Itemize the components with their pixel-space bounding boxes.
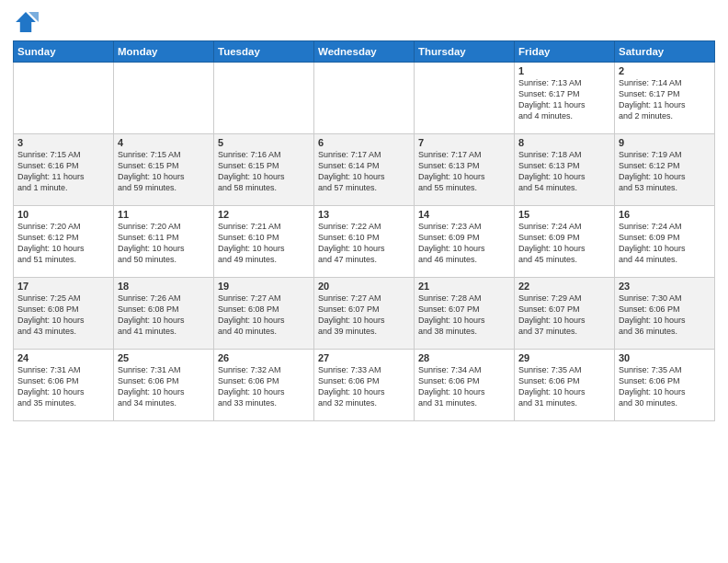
logo — [13, 9, 42, 35]
calendar-cell: 22Sunrise: 7:29 AM Sunset: 6:07 PM Dayli… — [515, 278, 615, 350]
day-info: Sunrise: 7:28 AM Sunset: 6:07 PM Dayligh… — [418, 293, 510, 338]
calendar-cell: 27Sunrise: 7:33 AM Sunset: 6:06 PM Dayli… — [314, 350, 415, 421]
day-info: Sunrise: 7:14 AM Sunset: 6:17 PM Dayligh… — [619, 77, 711, 122]
day-number: 11 — [118, 209, 210, 220]
day-number: 16 — [619, 209, 711, 220]
day-info: Sunrise: 7:24 AM Sunset: 6:09 PM Dayligh… — [518, 221, 610, 266]
calendar-cell: 5Sunrise: 7:16 AM Sunset: 6:15 PM Daylig… — [214, 134, 314, 206]
day-info: Sunrise: 7:25 AM Sunset: 6:08 PM Dayligh… — [17, 293, 109, 338]
day-info: Sunrise: 7:26 AM Sunset: 6:08 PM Dayligh… — [118, 293, 210, 338]
calendar-cell: 2Sunrise: 7:14 AM Sunset: 6:17 PM Daylig… — [615, 63, 715, 134]
calendar-cell: 4Sunrise: 7:15 AM Sunset: 6:15 PM Daylig… — [114, 134, 214, 206]
calendar-cell: 6Sunrise: 7:17 AM Sunset: 6:14 PM Daylig… — [314, 134, 415, 206]
day-info: Sunrise: 7:17 AM Sunset: 6:13 PM Dayligh… — [418, 149, 510, 194]
calendar-cell: 20Sunrise: 7:27 AM Sunset: 6:07 PM Dayli… — [314, 278, 415, 350]
calendar-cell: 3Sunrise: 7:15 AM Sunset: 6:16 PM Daylig… — [14, 134, 114, 206]
day-info: Sunrise: 7:29 AM Sunset: 6:07 PM Dayligh… — [518, 293, 610, 338]
calendar-week-row: 10Sunrise: 7:20 AM Sunset: 6:12 PM Dayli… — [14, 206, 715, 278]
day-info: Sunrise: 7:34 AM Sunset: 6:06 PM Dayligh… — [418, 364, 510, 409]
calendar-cell: 21Sunrise: 7:28 AM Sunset: 6:07 PM Dayli… — [415, 278, 515, 350]
day-number: 17 — [17, 281, 109, 292]
day-number: 2 — [619, 65, 711, 76]
calendar-cell: 24Sunrise: 7:31 AM Sunset: 6:06 PM Dayli… — [14, 350, 114, 421]
calendar-cell — [415, 63, 515, 134]
day-number: 19 — [218, 281, 310, 292]
calendar-cell: 30Sunrise: 7:35 AM Sunset: 6:06 PM Dayli… — [615, 350, 715, 421]
day-info: Sunrise: 7:20 AM Sunset: 6:12 PM Dayligh… — [17, 221, 109, 266]
day-info: Sunrise: 7:33 AM Sunset: 6:06 PM Dayligh… — [318, 364, 410, 409]
calendar-day-header: Sunday — [14, 41, 114, 63]
day-number: 6 — [318, 137, 410, 148]
day-number: 14 — [418, 209, 510, 220]
calendar-day-header: Saturday — [615, 41, 715, 63]
day-number: 15 — [518, 209, 610, 220]
day-number: 12 — [218, 209, 310, 220]
calendar-cell: 18Sunrise: 7:26 AM Sunset: 6:08 PM Dayli… — [114, 278, 214, 350]
calendar-cell: 28Sunrise: 7:34 AM Sunset: 6:06 PM Dayli… — [415, 350, 515, 421]
calendar-day-header: Thursday — [415, 41, 515, 63]
calendar-cell: 8Sunrise: 7:18 AM Sunset: 6:13 PM Daylig… — [515, 134, 615, 206]
calendar-cell: 17Sunrise: 7:25 AM Sunset: 6:08 PM Dayli… — [14, 278, 114, 350]
header — [13, 9, 715, 35]
day-info: Sunrise: 7:15 AM Sunset: 6:15 PM Dayligh… — [118, 149, 210, 194]
logo-icon — [13, 9, 39, 35]
day-number: 25 — [118, 352, 210, 363]
calendar-cell: 29Sunrise: 7:35 AM Sunset: 6:06 PM Dayli… — [515, 350, 615, 421]
day-number: 9 — [619, 137, 711, 148]
day-number: 13 — [318, 209, 410, 220]
calendar-week-row: 17Sunrise: 7:25 AM Sunset: 6:08 PM Dayli… — [14, 278, 715, 350]
calendar-cell: 16Sunrise: 7:24 AM Sunset: 6:09 PM Dayli… — [615, 206, 715, 278]
day-info: Sunrise: 7:16 AM Sunset: 6:15 PM Dayligh… — [218, 149, 310, 194]
day-number: 21 — [418, 281, 510, 292]
day-number: 5 — [218, 137, 310, 148]
calendar-day-header: Wednesday — [314, 41, 415, 63]
calendar-cell: 7Sunrise: 7:17 AM Sunset: 6:13 PM Daylig… — [415, 134, 515, 206]
day-number: 4 — [118, 137, 210, 148]
calendar-table: SundayMondayTuesdayWednesdayThursdayFrid… — [13, 40, 715, 421]
calendar-cell: 9Sunrise: 7:19 AM Sunset: 6:12 PM Daylig… — [615, 134, 715, 206]
calendar-cell: 25Sunrise: 7:31 AM Sunset: 6:06 PM Dayli… — [114, 350, 214, 421]
day-info: Sunrise: 7:18 AM Sunset: 6:13 PM Dayligh… — [518, 149, 610, 194]
day-number: 1 — [518, 65, 610, 76]
day-info: Sunrise: 7:27 AM Sunset: 6:08 PM Dayligh… — [218, 293, 310, 338]
day-info: Sunrise: 7:13 AM Sunset: 6:17 PM Dayligh… — [518, 77, 610, 122]
day-info: Sunrise: 7:15 AM Sunset: 6:16 PM Dayligh… — [17, 149, 109, 194]
day-info: Sunrise: 7:31 AM Sunset: 6:06 PM Dayligh… — [118, 364, 210, 409]
day-number: 22 — [518, 281, 610, 292]
day-number: 3 — [17, 137, 109, 148]
calendar-cell: 1Sunrise: 7:13 AM Sunset: 6:17 PM Daylig… — [515, 63, 615, 134]
day-number: 29 — [518, 352, 610, 363]
day-info: Sunrise: 7:27 AM Sunset: 6:07 PM Dayligh… — [318, 293, 410, 338]
calendar-week-row: 24Sunrise: 7:31 AM Sunset: 6:06 PM Dayli… — [14, 350, 715, 421]
day-number: 30 — [619, 352, 711, 363]
calendar-cell — [314, 63, 415, 134]
day-info: Sunrise: 7:35 AM Sunset: 6:06 PM Dayligh… — [518, 364, 610, 409]
day-info: Sunrise: 7:22 AM Sunset: 6:10 PM Dayligh… — [318, 221, 410, 266]
day-number: 23 — [619, 281, 711, 292]
calendar-cell: 15Sunrise: 7:24 AM Sunset: 6:09 PM Dayli… — [515, 206, 615, 278]
day-number: 20 — [318, 281, 410, 292]
day-info: Sunrise: 7:31 AM Sunset: 6:06 PM Dayligh… — [17, 364, 109, 409]
calendar-week-row: 1Sunrise: 7:13 AM Sunset: 6:17 PM Daylig… — [14, 63, 715, 134]
day-number: 27 — [318, 352, 410, 363]
calendar-cell — [214, 63, 314, 134]
calendar-cell — [14, 63, 114, 134]
calendar-cell: 19Sunrise: 7:27 AM Sunset: 6:08 PM Dayli… — [214, 278, 314, 350]
calendar-cell: 11Sunrise: 7:20 AM Sunset: 6:11 PM Dayli… — [114, 206, 214, 278]
day-info: Sunrise: 7:30 AM Sunset: 6:06 PM Dayligh… — [619, 293, 711, 338]
page: SundayMondayTuesdayWednesdayThursdayFrid… — [0, 0, 728, 563]
day-info: Sunrise: 7:23 AM Sunset: 6:09 PM Dayligh… — [418, 221, 510, 266]
calendar-day-header: Monday — [114, 41, 214, 63]
day-number: 7 — [418, 137, 510, 148]
calendar-cell: 13Sunrise: 7:22 AM Sunset: 6:10 PM Dayli… — [314, 206, 415, 278]
day-number: 18 — [118, 281, 210, 292]
calendar-day-header: Friday — [515, 41, 615, 63]
calendar-day-header: Tuesday — [214, 41, 314, 63]
calendar-week-row: 3Sunrise: 7:15 AM Sunset: 6:16 PM Daylig… — [14, 134, 715, 206]
calendar-cell — [114, 63, 214, 134]
calendar-cell: 10Sunrise: 7:20 AM Sunset: 6:12 PM Dayli… — [14, 206, 114, 278]
calendar-cell: 14Sunrise: 7:23 AM Sunset: 6:09 PM Dayli… — [415, 206, 515, 278]
day-info: Sunrise: 7:24 AM Sunset: 6:09 PM Dayligh… — [619, 221, 711, 266]
calendar-cell: 12Sunrise: 7:21 AM Sunset: 6:10 PM Dayli… — [214, 206, 314, 278]
calendar-cell: 23Sunrise: 7:30 AM Sunset: 6:06 PM Dayli… — [615, 278, 715, 350]
